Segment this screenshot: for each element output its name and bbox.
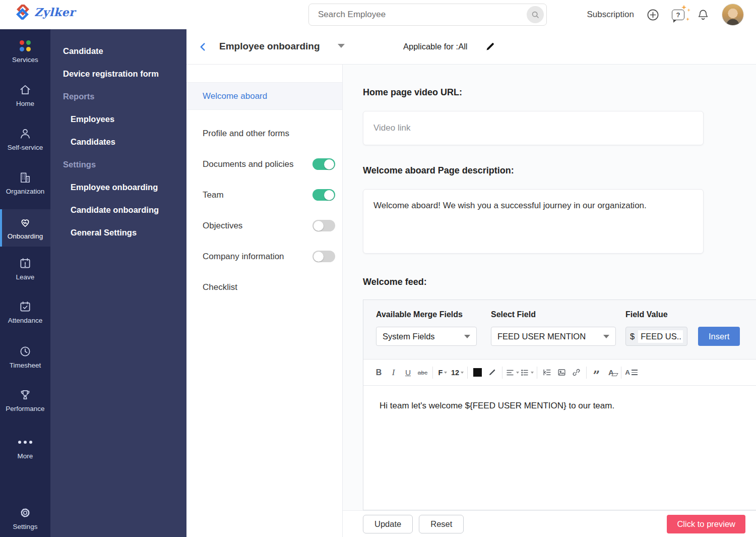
action-bar: Update Reset Click to preview: [343, 510, 756, 537]
font-size-icon[interactable]: 12: [450, 365, 465, 380]
insert-button[interactable]: Insert: [698, 327, 740, 346]
sidebar-item-onboarding[interactable]: Onboarding: [0, 209, 50, 247]
video-link-input[interactable]: [363, 123, 703, 133]
documents-toggle[interactable]: [312, 158, 335, 170]
clock-icon: [19, 345, 32, 358]
handshake-icon: [19, 216, 32, 229]
sidebar-item-organization[interactable]: Organization: [0, 169, 50, 197]
employee-search: [308, 4, 547, 26]
calendar-check-icon: [19, 300, 32, 313]
home-icon: [19, 83, 32, 96]
section-profile-and-other-forms[interactable]: Profile and other forms: [186, 118, 342, 149]
reset-button[interactable]: Reset: [419, 515, 464, 533]
sidebar-item-timesheet[interactable]: Timesheet: [0, 343, 50, 371]
font-family-icon[interactable]: F: [435, 365, 450, 380]
sparkle-icon: [681, 5, 686, 10]
italic-icon[interactable]: I: [386, 365, 401, 380]
sidebar-item-self-service[interactable]: Self-service: [0, 125, 50, 153]
feed-editor[interactable]: Hi team let's welcome ${FEED USER MENTIO…: [363, 386, 756, 476]
section-documents-and-policies[interactable]: Documents and policies: [186, 149, 342, 180]
section-team[interactable]: Team: [186, 180, 342, 210]
line-spacing-icon[interactable]: A: [624, 365, 639, 380]
submenu-item-general-settings[interactable]: General Settings: [50, 226, 186, 240]
trophy-icon: [19, 388, 32, 401]
field-value-label: Field Value: [625, 310, 740, 319]
video-url-field: [363, 111, 704, 145]
update-button[interactable]: Update: [363, 515, 413, 533]
objectives-toggle[interactable]: [312, 220, 335, 231]
strikethrough-icon[interactable]: abc: [415, 365, 430, 380]
welcome-feed-panel: Available Merge Fields System Fields Sel…: [363, 300, 756, 510]
team-toggle[interactable]: [312, 189, 335, 201]
gear-icon: [19, 506, 32, 519]
chevron-down-icon: [464, 335, 470, 338]
person-icon: [19, 127, 32, 140]
add-icon[interactable]: [646, 8, 660, 22]
clear-format-icon[interactable]: A: [604, 365, 618, 380]
highlight-icon[interactable]: [485, 365, 499, 380]
subscription-link[interactable]: Subscription: [587, 10, 634, 20]
user-avatar[interactable]: [722, 4, 744, 26]
align-icon[interactable]: [505, 365, 520, 380]
title-dropdown-icon[interactable]: [338, 44, 345, 48]
merge-field-select[interactable]: FEED USER MENTION: [491, 327, 616, 346]
help-icon[interactable]: ?: [672, 10, 684, 20]
submenu-item-employees[interactable]: Employees: [50, 112, 186, 126]
dollar-prefix: $: [630, 332, 635, 341]
submenu-item-device-registration-form[interactable]: Device registration form: [50, 67, 186, 81]
main-content: Employee onboarding Applicable for :All …: [186, 29, 756, 537]
bold-icon[interactable]: B: [371, 365, 386, 380]
merge-category-select[interactable]: System Fields: [376, 327, 477, 346]
submenu-item-candidates[interactable]: Candidates: [50, 135, 186, 149]
section-checklist[interactable]: Checklist: [186, 272, 342, 303]
sidebar-item-more[interactable]: More: [0, 434, 50, 462]
applicable-for-label: Applicable for :All: [403, 42, 467, 51]
sidebar-item-home[interactable]: Home: [0, 81, 50, 109]
section-welcome-aboard[interactable]: Welcome aboard: [186, 82, 342, 110]
brand-name: Zylker: [34, 6, 75, 19]
image-icon[interactable]: [554, 365, 569, 380]
field-value-token: FEED US..: [638, 330, 683, 343]
topbar: Zylker Subscription ?: [0, 0, 756, 29]
sparkle-icon: [687, 9, 690, 12]
outdent-icon[interactable]: [540, 365, 554, 380]
brand-icon: [15, 5, 30, 20]
description-label: Welcome aboard Page description:: [363, 165, 756, 176]
search-input[interactable]: [309, 10, 527, 20]
notifications-icon[interactable]: [697, 8, 710, 21]
submenu-item-employee-onboarding[interactable]: Employee onboarding: [50, 181, 186, 194]
click-to-preview-button[interactable]: Click to preview: [667, 515, 745, 533]
list-icon[interactable]: [520, 365, 534, 380]
sidebar-item-performance[interactable]: Performance: [0, 386, 50, 414]
underline-icon[interactable]: U: [401, 365, 415, 380]
back-button[interactable]: [198, 41, 209, 52]
blockquote-icon[interactable]: ”: [589, 365, 604, 380]
secondary-sidebar: Candidate Device registration form Repor…: [50, 29, 186, 537]
sidebar-item-settings[interactable]: Settings: [0, 504, 50, 532]
company-information-toggle[interactable]: [312, 251, 335, 262]
edit-pencil-icon[interactable]: [485, 41, 495, 52]
chevron-down-icon: [603, 335, 609, 338]
sidebar-item-services[interactable]: Services: [0, 37, 50, 66]
font-color-icon[interactable]: [470, 365, 485, 380]
topbar-actions: Subscription ?: [587, 0, 744, 29]
search-icon[interactable]: [527, 6, 544, 23]
link-icon[interactable]: [569, 365, 584, 380]
submenu-item-candidate[interactable]: Candidate: [50, 44, 186, 58]
section-nav: Welcome aboard Profile and other forms D…: [186, 65, 343, 537]
merge-fields-area: Available Merge Fields System Fields Sel…: [363, 300, 756, 360]
video-url-label: Home page video URL:: [363, 87, 756, 98]
description-textarea[interactable]: Welcome aboard! We wish you a successful…: [363, 189, 704, 254]
available-merge-fields-label: Available Merge Fields: [376, 310, 477, 319]
select-field-label: Select Field: [491, 310, 616, 319]
sidebar-item-attendance[interactable]: Attendance: [0, 298, 50, 326]
sparkle-icon: [686, 18, 689, 21]
section-objectives[interactable]: Objectives: [186, 210, 342, 241]
submenu-item-candidate-onboarding[interactable]: Candidate onboarding: [50, 203, 186, 217]
ellipsis-icon: [18, 436, 32, 449]
sidebar-item-leave[interactable]: Leave: [0, 255, 50, 283]
primary-sidebar: Services Home Self-service Organization: [0, 29, 50, 537]
field-value-box[interactable]: $ FEED US..: [625, 327, 687, 346]
building-icon: [19, 171, 32, 184]
section-company-information[interactable]: Company information: [186, 241, 342, 272]
